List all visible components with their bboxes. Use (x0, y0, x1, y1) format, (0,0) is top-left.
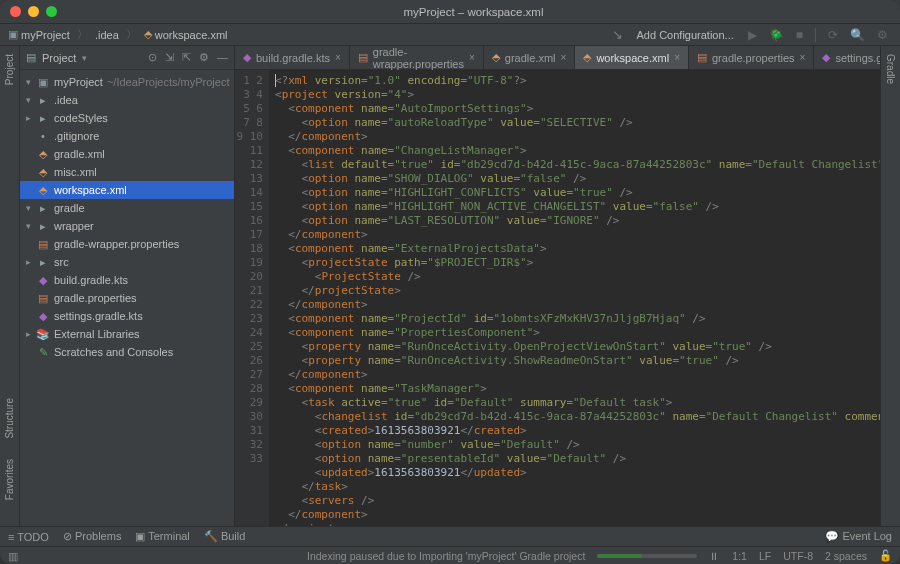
select-open-file-icon[interactable]: ⊙ (148, 51, 157, 64)
tool-tab-build[interactable]: 🔨 Build (204, 530, 246, 543)
tree-twisty-icon[interactable]: ▾ (24, 73, 32, 91)
tool-tab-project[interactable]: Project (4, 54, 15, 85)
tree-item-label: settings.gradle.kts (54, 307, 143, 325)
tool-tab-todo[interactable]: ≡ TODO (8, 531, 49, 543)
tree-row[interactable]: ⬘gradle.xml (20, 145, 234, 163)
tree-twisty-icon[interactable]: ▾ (24, 91, 32, 109)
folder-icon: ▤ (26, 51, 36, 64)
tree-row[interactable]: ◆settings.gradle.kts (20, 307, 234, 325)
project-tool-header: ▤ Project ▾ ⊙ ⇲ ⇱ ⚙ — (20, 46, 234, 70)
search-icon[interactable]: 🔍 (846, 28, 869, 42)
tree-row[interactable]: ⬘workspace.xml (20, 181, 234, 199)
zoom-window-button[interactable] (46, 6, 57, 17)
tree-item-label: src (54, 253, 69, 271)
tree-item-label: gradle-wrapper.properties (54, 235, 179, 253)
tab-label: workspace.xml (596, 52, 669, 64)
tree-row[interactable]: ▤gradle-wrapper.properties (20, 235, 234, 253)
editor-tab[interactable]: ▤gradle-wrapper.properties× (350, 46, 484, 69)
tree-twisty-icon[interactable]: ▸ (24, 253, 32, 271)
tree-row[interactable]: ▾▸gradle (20, 199, 234, 217)
project-tool-title[interactable]: Project (42, 52, 76, 64)
stop-icon[interactable]: ■ (792, 28, 807, 42)
progress-pause-icon[interactable]: ⏸ (709, 550, 720, 562)
kts-icon: ◆ (243, 51, 251, 64)
collapse-all-icon[interactable]: ⇱ (182, 51, 191, 64)
event-log-button[interactable]: 💬 Event Log (825, 530, 892, 543)
status-message: Indexing paused due to Importing 'myProj… (307, 550, 585, 562)
tree-row[interactable]: ▸📚External Libraries (20, 325, 234, 343)
project-tool-window: ▤ Project ▾ ⊙ ⇲ ⇱ ⚙ — ▾▣myProject ~/Idea… (20, 46, 235, 526)
tool-tab-favorites[interactable]: Favorites (4, 459, 15, 500)
build-hammer-icon[interactable]: ↘ (608, 27, 627, 42)
code-content[interactable]: <?xml version="1.0" encoding="UTF-8"?> <… (269, 70, 880, 526)
tree-row[interactable]: ▤gradle.properties (20, 289, 234, 307)
bottom-tool-tabs: ≡ TODO ⊘ Problems ▣ Terminal 🔨 Build 💬 E… (0, 526, 900, 546)
breadcrumb-folder[interactable]: .idea (95, 29, 119, 41)
editor[interactable]: 1 2 3 4 5 6 7 8 9 10 11 12 13 14 15 16 1… (235, 70, 880, 526)
tree-item-label: build.gradle.kts (54, 271, 128, 289)
scr-icon: ✎ (36, 343, 50, 361)
tree-row[interactable]: •.gitignore (20, 127, 234, 145)
tree-row[interactable]: ▸▸src (20, 253, 234, 271)
tree-twisty-icon[interactable]: ▸ (24, 325, 32, 343)
settings-icon[interactable]: ⚙ (873, 28, 892, 42)
xml-file-icon: ⬘ (144, 28, 152, 41)
xml-icon: ⬘ (36, 145, 50, 163)
tree-twisty-icon[interactable]: ▸ (24, 109, 32, 127)
tool-tab-gradle[interactable]: Gradle (885, 54, 896, 84)
editor-tab[interactable]: ▤gradle.properties× (689, 46, 814, 69)
lock-icon[interactable]: 🔓 (879, 549, 892, 562)
minimize-window-button[interactable] (28, 6, 39, 17)
tree-item-label: .gitignore (54, 127, 99, 145)
tree-row[interactable]: ◆build.gradle.kts (20, 271, 234, 289)
tree-row[interactable]: ▾▣myProject ~/IdeaProjects/myProject (20, 73, 234, 91)
update-icon[interactable]: ⟳ (824, 28, 842, 42)
breadcrumb-sep: 〉 (74, 27, 91, 42)
hide-icon[interactable]: — (217, 51, 228, 64)
indexing-progress (597, 554, 697, 558)
tool-tab-structure[interactable]: Structure (4, 398, 15, 439)
navbar: ▣ myProject 〉 .idea 〉 ⬘ workspace.xml ↘ … (0, 24, 900, 46)
close-tab-icon[interactable]: × (335, 52, 341, 63)
tree-row[interactable]: ⬘misc.xml (20, 163, 234, 181)
tree-twisty-icon[interactable]: ▾ (24, 217, 32, 235)
run-icon[interactable]: ▶ (744, 28, 761, 42)
close-tab-icon[interactable]: × (674, 52, 680, 63)
tree-item-label: .idea (54, 91, 78, 109)
status-bar-icon[interactable]: ▥ (8, 550, 18, 562)
dropdown-icon[interactable]: ▾ (82, 53, 87, 63)
xml-icon: ⬘ (36, 181, 50, 199)
tree-row[interactable]: ✎Scratches and Consoles (20, 343, 234, 361)
breadcrumb-root[interactable]: ▣ myProject (8, 28, 70, 41)
close-window-button[interactable] (10, 6, 21, 17)
line-ending[interactable]: LF (759, 550, 771, 562)
editor-tab[interactable]: ⬘gradle.xml× (484, 46, 576, 69)
tree-row[interactable]: ▾▸wrapper (20, 217, 234, 235)
close-tab-icon[interactable]: × (800, 52, 806, 63)
close-tab-icon[interactable]: × (561, 52, 567, 63)
project-tree[interactable]: ▾▣myProject ~/IdeaProjects/myProject▾▸.i… (20, 70, 234, 364)
tool-tab-problems[interactable]: ⊘ Problems (63, 530, 122, 543)
gear-icon[interactable]: ⚙ (199, 51, 209, 64)
file-encoding[interactable]: UTF-8 (783, 550, 813, 562)
editor-tab[interactable]: ⬘workspace.xml× (575, 46, 689, 69)
folder-icon: ▸ (36, 109, 50, 127)
tree-row[interactable]: ▾▸.idea (20, 91, 234, 109)
caret-position[interactable]: 1:1 (732, 550, 747, 562)
kts-icon: ◆ (822, 51, 830, 64)
expand-all-icon[interactable]: ⇲ (165, 51, 174, 64)
tree-twisty-icon[interactable]: ▾ (24, 199, 32, 217)
add-configuration-button[interactable]: Add Configuration... (631, 27, 740, 43)
debug-icon[interactable]: 🪲 (765, 28, 788, 42)
breadcrumb-file[interactable]: ⬘ workspace.xml (144, 28, 228, 41)
tree-item-label: myProject (54, 73, 103, 91)
indent-status[interactable]: 2 spaces (825, 550, 867, 562)
breadcrumb-sep: 〉 (123, 27, 140, 42)
tree-row[interactable]: ▸▸codeStyles (20, 109, 234, 127)
close-tab-icon[interactable]: × (469, 52, 475, 63)
tool-tab-terminal[interactable]: ▣ Terminal (135, 530, 189, 543)
tree-item-label: codeStyles (54, 109, 108, 127)
editor-tab[interactable]: ◆build.gradle.kts× (235, 46, 350, 69)
tree-item-label: workspace.xml (54, 181, 127, 199)
xml-icon: ⬘ (583, 51, 591, 64)
